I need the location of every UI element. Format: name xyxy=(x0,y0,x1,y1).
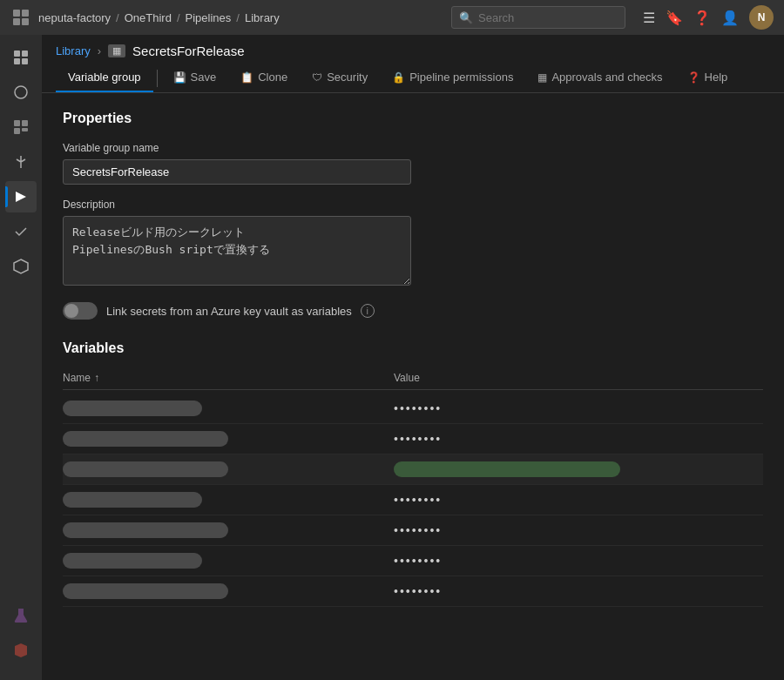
svg-point-8 xyxy=(15,86,27,98)
info-icon[interactable]: i xyxy=(361,304,375,318)
list-icon[interactable]: ☰ xyxy=(643,10,655,26)
shield-icon: 🛡 xyxy=(312,71,322,84)
tab-pipeline-permissions[interactable]: 🔒 Pipeline permissions xyxy=(380,64,525,92)
search-icon: 🔍 xyxy=(459,11,473,24)
col-name-header[interactable]: Name ↑ xyxy=(63,372,394,384)
svg-rect-2 xyxy=(13,18,20,25)
table-row[interactable]: •••••••• xyxy=(63,576,763,607)
table-row[interactable]: •••••••• xyxy=(63,485,763,515)
description-field: Description Releaseビルド用のシークレット Pipelines… xyxy=(63,199,763,288)
toggle-row: Link secrets from an Azure key vault as … xyxy=(63,302,763,320)
svg-rect-11 xyxy=(14,128,20,134)
row-value-cell: •••••••• xyxy=(394,584,763,598)
value-masked: •••••••• xyxy=(394,554,442,568)
form-area: Properties Variable group name Descripti… xyxy=(42,93,784,680)
svg-rect-12 xyxy=(22,128,28,131)
search-input[interactable] xyxy=(478,11,618,24)
page-type-icon: ▦ xyxy=(108,44,125,57)
tabs-bar: Variable group 💾 Save 📋 Clone 🛡 Security… xyxy=(42,64,784,93)
tab-help[interactable]: ❓ Help xyxy=(675,64,740,92)
row-value-cell xyxy=(394,461,763,477)
description-textarea[interactable]: Releaseビルド用のシークレット PipelinesのBush sriptで… xyxy=(63,216,411,286)
breadcrumb-arrow: › xyxy=(98,44,101,57)
tab-security[interactable]: 🛡 Security xyxy=(300,64,380,92)
topbar-actions: ☰ 🔖 ❓ 👤 N xyxy=(643,5,774,30)
table-row[interactable]: •••••••• xyxy=(63,515,763,546)
row-name-cell xyxy=(63,553,394,569)
breadcrumb-page[interactable]: Library xyxy=(245,11,280,24)
breadcrumb-org[interactable]: neputa-factory xyxy=(38,11,111,24)
breadcrumb-nav: neputa-factory / OneThird / Pipelines / … xyxy=(38,11,280,24)
svg-rect-9 xyxy=(14,120,20,126)
lock-icon: 🔒 xyxy=(392,71,405,84)
page-title: SecretsForRelease xyxy=(132,44,244,58)
sidebar-item-boards[interactable] xyxy=(5,111,37,143)
tab-save-label: Save xyxy=(191,71,217,84)
approvals-icon: ▦ xyxy=(537,71,547,84)
table-row[interactable]: •••••••• xyxy=(63,394,763,424)
row-name-cell xyxy=(63,522,394,538)
clone-icon: 📋 xyxy=(240,71,253,84)
table-row[interactable]: •••••••• xyxy=(63,546,763,576)
value-masked: •••••••• xyxy=(394,523,442,537)
table-row[interactable] xyxy=(63,454,763,485)
row-name-cell xyxy=(63,583,394,599)
sidebar-item-overview[interactable] xyxy=(5,77,37,108)
svg-rect-10 xyxy=(22,120,28,126)
value-masked: •••••••• xyxy=(394,401,442,415)
svg-rect-0 xyxy=(13,10,20,17)
user-icon[interactable]: 👤 xyxy=(721,10,739,26)
tab-save[interactable]: 💾 Save xyxy=(161,64,229,92)
variable-group-name-field: Variable group name xyxy=(63,142,763,185)
variables-section: Variables Name ↑ Value xyxy=(63,340,763,607)
sidebar-item-home[interactable] xyxy=(5,42,37,73)
help-icon[interactable]: ❓ xyxy=(693,10,711,26)
row-name-cell xyxy=(63,461,394,477)
variable-group-name-input[interactable] xyxy=(63,159,411,185)
tab-clone-label: Clone xyxy=(258,71,287,84)
sep3: / xyxy=(236,11,240,24)
row-value-cell: •••••••• xyxy=(394,523,763,537)
breadcrumb-project[interactable]: OneThird xyxy=(125,11,172,24)
help-circle-icon: ❓ xyxy=(687,71,700,84)
search-box[interactable]: 🔍 xyxy=(451,6,625,29)
sidebar-item-pipelines[interactable] xyxy=(5,181,37,212)
sidebar-item-repos[interactable] xyxy=(5,146,37,178)
properties-section: Properties Variable group name Descripti… xyxy=(63,111,763,288)
row-value-cell: •••••••• xyxy=(394,401,763,415)
svg-marker-13 xyxy=(14,259,28,273)
logo-icon[interactable] xyxy=(10,7,31,28)
sidebar-item-flask[interactable] xyxy=(5,600,37,631)
svg-rect-3 xyxy=(22,18,29,25)
svg-rect-1 xyxy=(22,10,29,17)
name-skeleton xyxy=(63,401,202,416)
tab-approvals-checks-label: Approvals and checks xyxy=(551,71,662,84)
tab-security-label: Security xyxy=(327,71,368,84)
breadcrumb-area[interactable]: Pipelines xyxy=(186,11,232,24)
tab-approvals-checks[interactable]: ▦ Approvals and checks xyxy=(525,64,674,92)
sidebar-item-package[interactable] xyxy=(5,635,37,666)
tab-clone[interactable]: 📋 Clone xyxy=(228,64,300,92)
save-icon: 💾 xyxy=(173,71,186,84)
library-link[interactable]: Library xyxy=(56,44,91,57)
table-row[interactable]: •••••••• xyxy=(63,424,763,454)
sidebar-item-testplans[interactable] xyxy=(5,216,37,247)
value-masked: •••••••• xyxy=(394,493,442,507)
tab-pipeline-permissions-label: Pipeline permissions xyxy=(409,71,513,84)
tab-variable-group-label: Variable group xyxy=(68,71,141,84)
variable-group-name-label: Variable group name xyxy=(63,142,763,154)
variables-title: Variables xyxy=(63,340,763,356)
svg-rect-5 xyxy=(22,50,28,57)
svg-rect-6 xyxy=(14,58,20,64)
row-name-cell xyxy=(63,401,394,416)
avatar[interactable]: N xyxy=(749,5,774,30)
sidebar-item-artifacts[interactable] xyxy=(5,251,37,282)
name-skeleton xyxy=(63,492,202,508)
topbar: neputa-factory / OneThird / Pipelines / … xyxy=(0,0,784,35)
sort-icon: ↑ xyxy=(94,372,99,384)
badge-icon[interactable]: 🔖 xyxy=(666,10,683,26)
row-name-cell xyxy=(63,492,394,508)
value-input-skeleton xyxy=(394,461,620,477)
tab-variable-group[interactable]: Variable group xyxy=(56,64,153,92)
azure-keyvault-toggle[interactable] xyxy=(63,302,98,320)
